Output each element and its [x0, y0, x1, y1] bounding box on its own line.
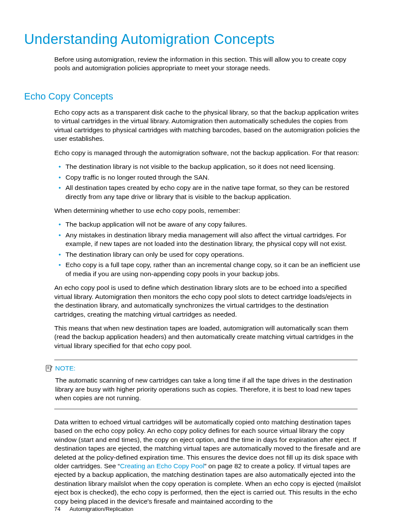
body-block: Echo copy acts as a transparent disk cac… [54, 108, 361, 350]
list-item: The backup application will not be aware… [54, 220, 361, 229]
note-rule-bottom [54, 409, 358, 409]
list-item: All destination tapes created by echo co… [54, 184, 361, 201]
paragraph: Echo copy is managed through the automig… [54, 149, 361, 157]
paragraph: This means that when new destination tap… [54, 324, 361, 350]
note-rule-top [54, 360, 358, 360]
paragraph: Echo copy acts as a transparent disk cac… [54, 108, 361, 143]
paragraph: When determining whether to use echo cop… [54, 206, 361, 215]
list-item: The destination library can only be used… [54, 250, 361, 259]
list-item: Echo copy is a full tape copy, rather th… [54, 261, 361, 278]
note-icon [46, 365, 54, 373]
note-body: The automatic scanning of new cartridges… [55, 376, 358, 402]
note-header: NOTE: [46, 364, 358, 373]
intro-paragraph: Before using automigration, review the i… [54, 55, 361, 73]
bullet-list: The backup application will not be aware… [54, 220, 361, 278]
cross-reference-link[interactable]: Creating an Echo Copy Pool [120, 462, 205, 470]
list-item: Any mistakes in destination library medi… [54, 231, 361, 249]
bullet-list: The destination library is not visible t… [54, 162, 361, 201]
paragraph: Data written to echoed virtual cartridge… [54, 418, 361, 506]
body-block: Data written to echoed virtual cartridge… [54, 418, 361, 506]
note-box: NOTE: The automatic scanning of new cart… [46, 360, 358, 409]
page-number: 74 [54, 506, 60, 512]
svg-rect-0 [46, 365, 51, 371]
list-item: The destination library is not visible t… [54, 162, 361, 171]
footer-section-title: Automigration/Replication [69, 506, 133, 512]
list-item: Copy traffic is no longer routed through… [54, 173, 361, 182]
section-title-h2: Echo Copy Concepts [24, 91, 387, 102]
paragraph: An echo copy pool is used to define whic… [54, 283, 361, 319]
page-title-h1: Understanding Automigration Concepts [24, 31, 387, 47]
page-footer: 74 Automigration/Replication [54, 506, 134, 512]
note-label: NOTE: [55, 364, 75, 372]
document-page: Understanding Automigration Concepts Bef… [0, 0, 411, 532]
